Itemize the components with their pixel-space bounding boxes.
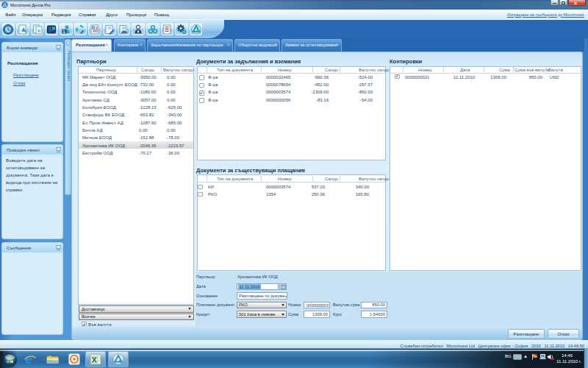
svg-text:e: e: [26, 353, 32, 366]
svg-text:X: X: [92, 355, 98, 364]
svg-text:$: $: [62, 29, 65, 33]
